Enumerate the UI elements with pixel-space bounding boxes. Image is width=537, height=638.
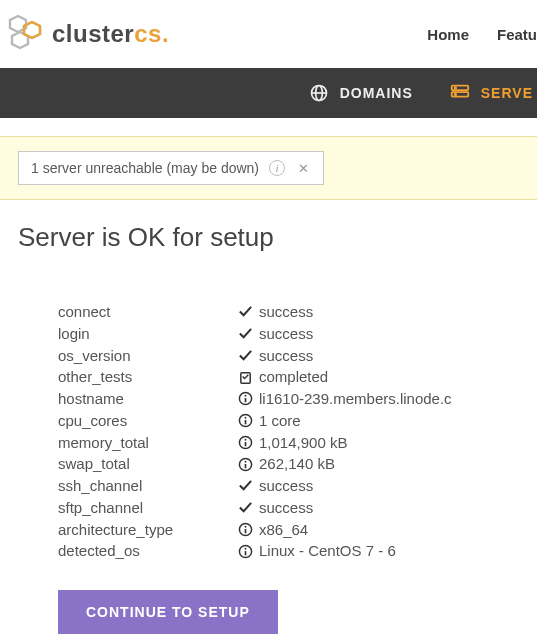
- alert-chip: 1 server unreachable (may be down) i ✕: [18, 151, 324, 185]
- check-icon: [238, 304, 253, 319]
- top-header: clustercs. Home Featu: [0, 0, 537, 68]
- check-row: sftp_channelsuccess: [58, 497, 519, 519]
- check-icon: [238, 348, 253, 363]
- check-value: completed: [259, 366, 328, 388]
- logo[interactable]: clustercs.: [6, 12, 169, 56]
- check-label: login: [58, 323, 238, 345]
- info-icon: [238, 435, 253, 450]
- server-icon: [449, 82, 471, 104]
- check-row: hostnameli1610-239.members.linode.c: [58, 388, 519, 410]
- nav-domains[interactable]: DOMAINS: [308, 68, 413, 118]
- check-label: sftp_channel: [58, 497, 238, 519]
- check-value: x86_64: [259, 519, 308, 541]
- check-status: success: [238, 323, 313, 345]
- check-value: success: [259, 497, 313, 519]
- sub-nav: DOMAINS SERVE: [0, 68, 537, 118]
- info-icon: [238, 391, 253, 406]
- info-icon: [238, 544, 253, 559]
- check-icon: [238, 326, 253, 341]
- check-status: success: [238, 497, 313, 519]
- check-label: memory_total: [58, 432, 238, 454]
- nav-features[interactable]: Featu: [497, 26, 537, 43]
- check-status: 262,140 kB: [238, 453, 335, 475]
- info-icon: [238, 457, 253, 472]
- svg-point-9: [454, 87, 455, 88]
- check-value: Linux - CentOS 7 - 6: [259, 540, 396, 562]
- check-label: other_tests: [58, 366, 238, 388]
- check-label: hostname: [58, 388, 238, 410]
- check-row: detected_osLinux - CentOS 7 - 6: [58, 540, 519, 562]
- check-value: success: [259, 345, 313, 367]
- check-status: success: [238, 475, 313, 497]
- check-row: ssh_channelsuccess: [58, 475, 519, 497]
- check-value: 262,140 kB: [259, 453, 335, 475]
- main: Server is OK for setup connectsuccesslog…: [0, 200, 537, 638]
- check-value: success: [259, 301, 313, 323]
- check-status: 1,014,900 kB: [238, 432, 347, 454]
- page-title: Server is OK for setup: [18, 222, 519, 253]
- check-row: architecture_typex86_64: [58, 519, 519, 541]
- check-row: memory_total1,014,900 kB: [58, 432, 519, 454]
- check-row: swap_total262,140 kB: [58, 453, 519, 475]
- check-status: success: [238, 301, 313, 323]
- check-value: success: [259, 475, 313, 497]
- logo-hex-icon: [6, 12, 46, 56]
- check-status: 1 core: [238, 410, 301, 432]
- nav-domains-label: DOMAINS: [340, 85, 413, 101]
- alert-text: 1 server unreachable (may be down): [31, 160, 259, 176]
- check-label: architecture_type: [58, 519, 238, 541]
- logo-text: clustercs.: [52, 20, 169, 48]
- check-status: li1610-239.members.linode.c: [238, 388, 452, 410]
- close-icon[interactable]: ✕: [295, 160, 311, 176]
- check-label: os_version: [58, 345, 238, 367]
- info-icon: [238, 413, 253, 428]
- nav-servers[interactable]: SERVE: [449, 68, 537, 118]
- nav-home[interactable]: Home: [427, 26, 469, 43]
- check-icon: [238, 500, 253, 515]
- nav-servers-label: SERVE: [481, 85, 533, 101]
- check-status: Linux - CentOS 7 - 6: [238, 540, 396, 562]
- check-label: ssh_channel: [58, 475, 238, 497]
- svg-marker-3: [24, 22, 40, 38]
- check-status: success: [238, 345, 313, 367]
- check-row: cpu_cores1 core: [58, 410, 519, 432]
- check-row: other_testscompleted: [58, 366, 519, 388]
- check-icon: [238, 478, 253, 493]
- checks-list: connectsuccessloginsuccessos_versionsucc…: [58, 301, 519, 562]
- globe-icon: [308, 82, 330, 104]
- check-row: connectsuccess: [58, 301, 519, 323]
- alert-band: 1 server unreachable (may be down) i ✕: [0, 136, 537, 200]
- continue-button[interactable]: CONTINUE TO SETUP: [58, 590, 278, 634]
- check-status: completed: [238, 366, 328, 388]
- checklist-icon: [238, 370, 253, 385]
- check-row: os_versionsuccess: [58, 345, 519, 367]
- check-value: 1,014,900 kB: [259, 432, 347, 454]
- check-label: swap_total: [58, 453, 238, 475]
- check-label: connect: [58, 301, 238, 323]
- check-status: x86_64: [238, 519, 308, 541]
- top-nav: Home Featu: [427, 26, 537, 43]
- info-icon[interactable]: i: [269, 160, 285, 176]
- check-value: li1610-239.members.linode.c: [259, 388, 452, 410]
- check-row: loginsuccess: [58, 323, 519, 345]
- check-label: cpu_cores: [58, 410, 238, 432]
- check-value: 1 core: [259, 410, 301, 432]
- info-icon: [238, 522, 253, 537]
- check-value: success: [259, 323, 313, 345]
- check-label: detected_os: [58, 540, 238, 562]
- svg-point-10: [454, 94, 455, 95]
